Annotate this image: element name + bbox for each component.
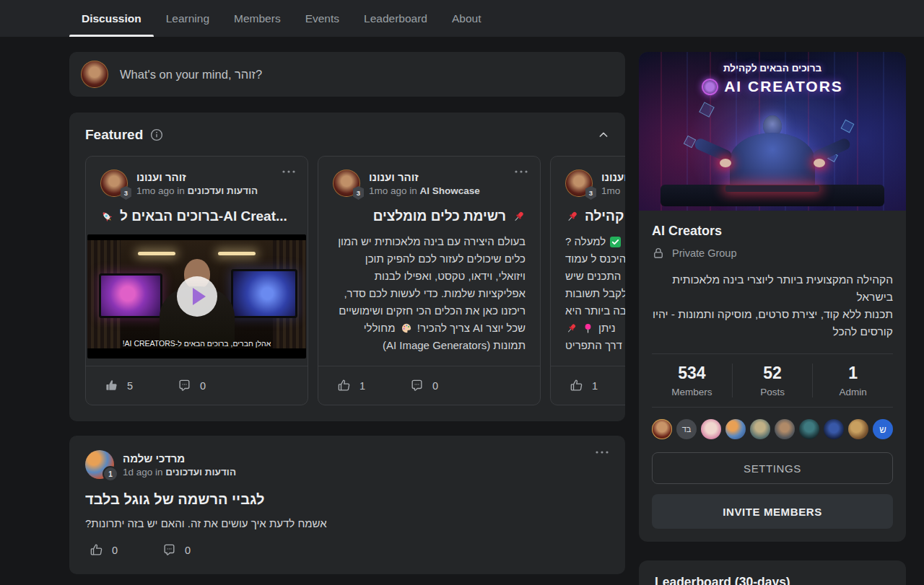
comment-icon	[178, 379, 191, 392]
post-footer: 1	[551, 366, 625, 405]
stat-posts[interactable]: 52 Posts	[732, 364, 813, 397]
comment-count: 0	[200, 380, 206, 392]
like-count: 0	[112, 545, 118, 556]
post-title[interactable]: רשימת כלים מומלצים	[333, 208, 526, 224]
featured-card-tools[interactable]: 3 זוהר וענונו 1mo ago in AI Showcase	[318, 156, 541, 405]
pushpin-icon	[565, 322, 578, 335]
like-button[interactable]: 5	[105, 379, 133, 392]
group-sidebar: ברוכים הבאים לקהילת AI CREATORS AI Creat…	[639, 52, 906, 585]
comment-button[interactable]: 0	[410, 379, 438, 392]
post-meta: 1mo ago in הודעות ועדכונים	[136, 185, 258, 196]
community-page: Discussion Learning Members Events Leade…	[0, 0, 924, 585]
member-avatar[interactable]	[652, 419, 672, 439]
group-banner: ברוכים הבאים לקהילת AI CREATORS	[639, 52, 906, 211]
stat-admin[interactable]: 1 Admin	[812, 364, 893, 397]
round-pin-icon	[582, 322, 594, 335]
tab-about[interactable]: About	[440, 0, 494, 37]
like-button[interactable]: 1	[337, 379, 365, 392]
post-category[interactable]: הודעות ועדכונים	[165, 467, 236, 478]
featured-title: Featured	[85, 127, 143, 143]
like-count: 1	[592, 380, 598, 392]
featured-card-welcome[interactable]: 3 זוהר וענונו 1mo ago in הודעות ועדכונים	[85, 156, 308, 405]
thumb-up-icon	[337, 379, 351, 392]
post-footer: 5 0	[86, 366, 308, 405]
member-avatars-row: בד ש	[652, 419, 893, 439]
thumb-up-icon	[90, 543, 103, 557]
post-body: אשמח לדעת איך עושים את זה. והאם יש בזה י…	[85, 517, 609, 529]
brain-icon	[702, 79, 718, 95]
play-button-icon[interactable]	[177, 276, 217, 317]
like-count: 5	[127, 380, 133, 392]
author-name[interactable]: זוהר וענונו	[601, 171, 625, 183]
author-name[interactable]: זוהר וענונו	[136, 171, 258, 183]
tab-discussion[interactable]: Discussion	[69, 0, 154, 37]
group-privacy: Private Group	[652, 247, 893, 260]
comment-count: 0	[185, 545, 191, 556]
member-avatar-initials[interactable]: בד	[676, 419, 697, 439]
comment-icon	[162, 543, 176, 557]
level-badge: 3	[585, 186, 597, 200]
comment-count: 0	[432, 380, 438, 392]
author-name[interactable]: זוהר וענונו	[369, 171, 480, 183]
author-name[interactable]: מרדכי שלמה	[123, 452, 236, 465]
post-category[interactable]: הודעות ועדכונים	[188, 185, 258, 196]
post-menu-ellipsis-icon[interactable]	[514, 170, 528, 174]
post-footer: 0 0	[85, 543, 609, 557]
invite-members-button[interactable]: INVITE MEMBERS	[652, 494, 893, 529]
level-badge: 3	[352, 186, 365, 200]
post-title[interactable]: ברוכים הבאים ל-AI Creat...	[100, 208, 293, 224]
like-button[interactable]: 1	[570, 379, 598, 392]
current-user-avatar	[81, 61, 108, 88]
tab-learning[interactable]: Learning	[154, 0, 222, 37]
check-icon	[610, 237, 621, 247]
post-footer: 1 0	[318, 366, 540, 405]
rocket-icon	[100, 210, 114, 224]
info-icon[interactable]	[150, 128, 163, 141]
member-avatar[interactable]	[775, 419, 795, 439]
post-menu-ellipsis-icon[interactable]	[595, 450, 609, 454]
featured-card-guide[interactable]: 3 זוהר וענונו 1mo קהילה	[550, 156, 625, 405]
post-category[interactable]: AI Showcase	[420, 185, 480, 196]
level-badge: 1	[103, 466, 118, 482]
member-avatar[interactable]	[701, 419, 721, 439]
post-meta: 1mo	[601, 185, 625, 196]
nav-bar: Discussion Learning Members Events Leade…	[0, 0, 924, 37]
settings-button[interactable]: SETTINGS	[652, 452, 893, 484]
post-body: בעולם היצירה עם בינה מלאכותית יש המון כל…	[333, 233, 526, 354]
member-avatar[interactable]	[799, 419, 819, 439]
post-meta: 1mo ago in AI Showcase	[369, 185, 480, 196]
like-button[interactable]: 0	[90, 543, 118, 557]
leaderboard-card: Leaderboard (30-days)	[639, 560, 906, 585]
comment-icon	[410, 379, 424, 392]
thumb-up-icon	[570, 379, 583, 392]
post-google-signup[interactable]: 1 מרדכי שלמה 1d ago in הודעות ועדכונים ל…	[69, 436, 625, 574]
tab-members[interactable]: Members	[222, 0, 293, 37]
stat-members[interactable]: 534 Members	[652, 364, 732, 397]
group-description: הקהילה המקצועית ביותר ליוצרי בינה מלאכות…	[652, 271, 893, 340]
palette-icon	[401, 322, 412, 334]
comment-button[interactable]: 0	[162, 543, 191, 557]
post-title[interactable]: לגביי הרשמה של גוגל בלבד	[85, 491, 609, 508]
featured-carousel: 3 זוהר וענונו 1mo ago in הודעות ועדכונים	[85, 156, 625, 405]
video-thumbnail[interactable]: אהלן חברים, ברוכים הבאים ל-AI CREATORS!	[87, 234, 306, 359]
post-title[interactable]: קהילה	[565, 208, 625, 224]
member-avatar[interactable]	[824, 419, 844, 439]
comment-button[interactable]: 0	[178, 379, 206, 392]
member-avatar-initials[interactable]: ש	[873, 419, 893, 439]
banner-brand-text: AI CREATORS	[724, 78, 843, 95]
tab-events[interactable]: Events	[293, 0, 352, 37]
post-composer[interactable]: What's on your mind, זוהר?	[69, 52, 625, 97]
tab-leaderboard[interactable]: Leaderboard	[352, 0, 440, 37]
composer-placeholder: What's on your mind, זוהר?	[120, 68, 262, 82]
thumb-up-icon	[105, 379, 118, 392]
pushpin-icon	[512, 210, 526, 224]
lock-icon	[652, 247, 665, 260]
post-meta: 1d ago in הודעות ועדכונים	[123, 467, 236, 478]
member-avatar[interactable]	[750, 419, 770, 439]
collapse-chevron-up-icon[interactable]	[598, 129, 609, 141]
member-avatar[interactable]	[848, 419, 868, 439]
group-card: ברוכים הבאים לקהילת AI CREATORS AI Creat…	[639, 52, 906, 542]
member-avatar[interactable]	[725, 419, 746, 439]
post-menu-ellipsis-icon[interactable]	[282, 170, 296, 174]
like-count: 1	[359, 380, 365, 392]
